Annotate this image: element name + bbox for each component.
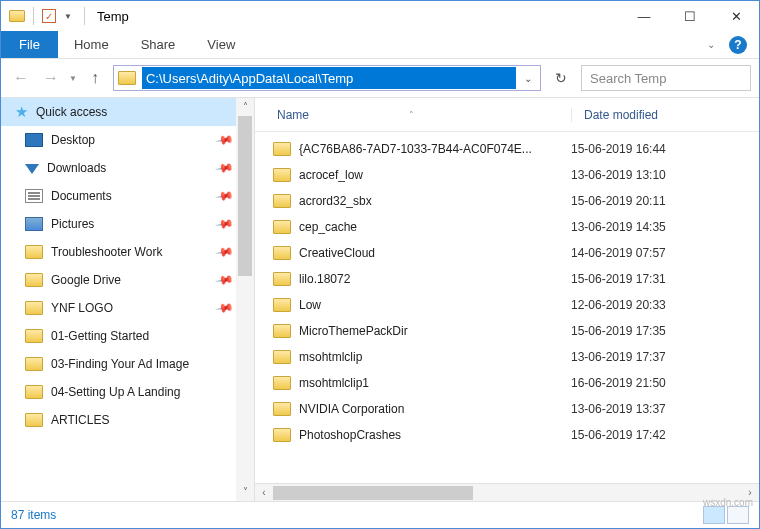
collapse-ribbon-button[interactable]: ⌄ bbox=[707, 39, 715, 50]
doc-icon bbox=[25, 189, 43, 203]
pin-icon: 📌 bbox=[214, 158, 234, 178]
file-date: 15-06-2019 17:31 bbox=[571, 272, 666, 286]
ribbon-tab-share[interactable]: Share bbox=[125, 31, 192, 58]
sidebar-item[interactable]: Desktop📌 bbox=[1, 126, 254, 154]
scroll-down-icon[interactable]: ˅ bbox=[236, 483, 254, 501]
scroll-left-icon[interactable]: ‹ bbox=[255, 487, 273, 498]
file-tab[interactable]: File bbox=[1, 31, 58, 58]
file-row[interactable]: MicroThemePackDir15-06-2019 17:35 bbox=[255, 318, 759, 344]
file-row[interactable]: PhotoshopCrashes15-06-2019 17:42 bbox=[255, 422, 759, 448]
file-row[interactable]: msohtmlclip116-06-2019 21:50 bbox=[255, 370, 759, 396]
up-button[interactable]: ↑ bbox=[83, 66, 107, 90]
file-name: acrocef_low bbox=[299, 168, 363, 182]
pin-icon: 📌 bbox=[214, 186, 234, 206]
pin-icon: 📌 bbox=[214, 214, 234, 234]
pic-icon bbox=[25, 217, 43, 231]
address-dropdown[interactable]: ⌄ bbox=[516, 73, 540, 84]
search-input[interactable]: Search Temp bbox=[581, 65, 751, 91]
folder-icon bbox=[273, 142, 291, 156]
history-dropdown[interactable]: ▼ bbox=[69, 74, 77, 83]
sidebar-item-label: 04-Setting Up A Landing bbox=[51, 385, 254, 399]
file-date: 15-06-2019 17:35 bbox=[571, 324, 666, 338]
file-row[interactable]: acrord32_sbx15-06-2019 20:11 bbox=[255, 188, 759, 214]
separator bbox=[84, 7, 85, 25]
sidebar-item[interactable]: ARTICLES bbox=[1, 406, 254, 434]
horizontal-scrollbar[interactable]: ‹ › bbox=[255, 483, 759, 501]
file-name: CreativeCloud bbox=[299, 246, 375, 260]
title-bar: ✓ ▼ Temp — ☐ ✕ bbox=[1, 1, 759, 31]
folder-icon bbox=[273, 194, 291, 208]
sidebar-item-label: YNF LOGO bbox=[51, 301, 209, 315]
sidebar-item[interactable]: 01-Getting Started bbox=[1, 322, 254, 350]
sidebar-item[interactable]: YNF LOGO📌 bbox=[1, 294, 254, 322]
scroll-thumb[interactable] bbox=[238, 116, 252, 276]
file-row[interactable]: lilo.1807215-06-2019 17:31 bbox=[255, 266, 759, 292]
file-date: 13-06-2019 13:10 bbox=[571, 168, 666, 182]
file-name: MicroThemePackDir bbox=[299, 324, 408, 338]
pin-icon: 📌 bbox=[214, 130, 234, 150]
column-name[interactable]: Name ˄ bbox=[255, 108, 571, 122]
file-row[interactable]: CreativeCloud14-06-2019 07:57 bbox=[255, 240, 759, 266]
navigation-bar: ← → ▼ ↑ C:\Users\Adity\AppData\Local\Tem… bbox=[1, 59, 759, 97]
view-buttons bbox=[703, 506, 749, 524]
scroll-up-icon[interactable]: ˄ bbox=[236, 98, 254, 116]
column-headers: Name ˄ Date modified bbox=[255, 98, 759, 132]
quick-access-label: Quick access bbox=[36, 105, 254, 119]
file-date: 15-06-2019 17:42 bbox=[571, 428, 666, 442]
window-title: Temp bbox=[97, 9, 129, 24]
file-date: 14-06-2019 07:57 bbox=[571, 246, 666, 260]
address-path[interactable]: C:\Users\Adity\AppData\Local\Temp bbox=[142, 67, 516, 89]
sort-ascending-icon: ˄ bbox=[409, 110, 414, 120]
file-row[interactable]: NVIDIA Corporation13-06-2019 13:37 bbox=[255, 396, 759, 422]
file-list[interactable]: {AC76BA86-7AD7-1033-7B44-AC0F074E...15-0… bbox=[255, 132, 759, 483]
ribbon-tab-home[interactable]: Home bbox=[58, 31, 125, 58]
thumbnails-view-button[interactable] bbox=[727, 506, 749, 524]
folder-icon bbox=[273, 246, 291, 260]
details-view-button[interactable] bbox=[703, 506, 725, 524]
properties-qat-button[interactable]: ✓ bbox=[42, 9, 56, 23]
file-name: PhotoshopCrashes bbox=[299, 428, 401, 442]
sidebar-item-label: 03-Finding Your Ad Image bbox=[51, 357, 254, 371]
sidebar-scrollbar[interactable]: ˄ ˅ bbox=[236, 98, 254, 501]
address-bar[interactable]: C:\Users\Adity\AppData\Local\Temp ⌄ bbox=[113, 65, 541, 91]
sidebar-item[interactable]: Pictures📌 bbox=[1, 210, 254, 238]
file-list-pane: Name ˄ Date modified {AC76BA86-7AD7-1033… bbox=[255, 98, 759, 501]
minimize-button[interactable]: — bbox=[621, 1, 667, 31]
file-name: NVIDIA Corporation bbox=[299, 402, 404, 416]
sidebar-item-label: Desktop bbox=[51, 133, 209, 147]
folder-icon bbox=[273, 428, 291, 442]
sidebar-item[interactable]: 03-Finding Your Ad Image bbox=[1, 350, 254, 378]
file-row[interactable]: acrocef_low13-06-2019 13:10 bbox=[255, 162, 759, 188]
file-name: msohtmlclip1 bbox=[299, 376, 369, 390]
qat-dropdown[interactable]: ▼ bbox=[60, 12, 76, 21]
sidebar-item[interactable]: Troubleshooter Work📌 bbox=[1, 238, 254, 266]
sidebar-item[interactable]: Downloads📌 bbox=[1, 154, 254, 182]
quick-access-toolbar: ✓ ▼ bbox=[9, 7, 89, 25]
pin-icon: 📌 bbox=[214, 270, 234, 290]
back-button[interactable]: ← bbox=[9, 66, 33, 90]
file-date: 12-06-2019 20:33 bbox=[571, 298, 666, 312]
folder-icon bbox=[273, 324, 291, 338]
sidebar-item-label: Google Drive bbox=[51, 273, 209, 287]
scroll-thumb[interactable] bbox=[273, 486, 473, 500]
sidebar-item[interactable]: Google Drive📌 bbox=[1, 266, 254, 294]
close-button[interactable]: ✕ bbox=[713, 1, 759, 31]
ribbon: File HomeShareView ⌄ ? bbox=[1, 31, 759, 59]
file-row[interactable]: cep_cache13-06-2019 14:35 bbox=[255, 214, 759, 240]
file-row[interactable]: {AC76BA86-7AD7-1033-7B44-AC0F074E...15-0… bbox=[255, 136, 759, 162]
navigation-pane[interactable]: ★ Quick access Desktop📌Downloads📌Documen… bbox=[1, 98, 255, 501]
file-row[interactable]: Low12-06-2019 20:33 bbox=[255, 292, 759, 318]
help-button[interactable]: ? bbox=[729, 36, 747, 54]
sidebar-item[interactable]: Documents📌 bbox=[1, 182, 254, 210]
file-date: 13-06-2019 13:37 bbox=[571, 402, 666, 416]
sidebar-item-label: 01-Getting Started bbox=[51, 329, 254, 343]
file-row[interactable]: msohtmlclip13-06-2019 17:37 bbox=[255, 344, 759, 370]
column-date[interactable]: Date modified bbox=[571, 108, 759, 122]
refresh-button[interactable]: ↻ bbox=[547, 66, 575, 90]
desktop-icon bbox=[25, 133, 43, 147]
forward-button[interactable]: → bbox=[39, 66, 63, 90]
quick-access-root[interactable]: ★ Quick access bbox=[1, 98, 254, 126]
ribbon-tab-view[interactable]: View bbox=[191, 31, 251, 58]
sidebar-item[interactable]: 04-Setting Up A Landing bbox=[1, 378, 254, 406]
maximize-button[interactable]: ☐ bbox=[667, 1, 713, 31]
